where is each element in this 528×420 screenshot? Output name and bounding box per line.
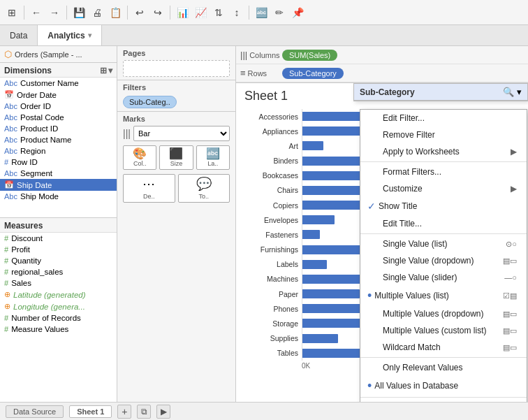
field-type-hash: # [4, 158, 8, 166]
bar-labels[interactable] [302, 260, 327, 269]
save-icon[interactable]: 💾 [71, 5, 87, 20]
ctx-format-filters-label: Format Filters... [383, 167, 441, 177]
marks-label-button[interactable]: 🔤 La.. [196, 145, 230, 170]
present-mode-button[interactable]: ▶ [156, 405, 170, 419]
sort2-icon[interactable]: ↕ [229, 5, 244, 20]
chart2-icon[interactable]: 📈 [193, 5, 208, 20]
ctx-edit-filter[interactable]: Edit Filter... [360, 110, 527, 126]
field-ship-mode[interactable]: Abc Ship Mode [0, 191, 117, 202]
bar-tables[interactable] [302, 349, 363, 358]
toolbar-separator-2 [66, 6, 67, 20]
copy-icon[interactable]: 📋 [108, 5, 123, 20]
ctx-edit-title[interactable]: Edit Title... [360, 215, 527, 232]
redo-icon[interactable]: ↪ [150, 5, 166, 20]
field-type-abc: Abc [4, 102, 17, 110]
undo-icon[interactable]: ↩ [132, 5, 147, 20]
marks-type-select[interactable]: Bar [133, 126, 230, 141]
field-discount[interactable]: # Discount [0, 233, 117, 244]
ctx-only-relevant[interactable]: Only Relevant Values [360, 359, 527, 376]
pages-section: Pages [117, 46, 235, 80]
filter-search-icon[interactable]: 🔍 [503, 87, 514, 97]
toolbar-separator-5 [249, 6, 249, 20]
field-product-id[interactable]: Abc Product ID [0, 123, 117, 134]
forward-icon[interactable]: → [47, 5, 62, 20]
text-icon[interactable]: 🔤 [254, 5, 269, 20]
pin-icon[interactable]: 📌 [290, 5, 305, 20]
bar-paper[interactable] [302, 289, 360, 298]
cat-supplies: Supplies [244, 334, 298, 342]
ctx-multi-list[interactable]: • Multiple Values (list) ☑▤ [360, 286, 527, 305]
bar-fasteners[interactable] [302, 230, 320, 239]
ctx-multi-custom[interactable]: Multiple Values (custom list) ▤▭ [360, 322, 527, 339]
ctx-apply-worksheets[interactable]: Apply to Worksheets ▶ [360, 143, 527, 160]
ctx-customize[interactable]: Customize ▶ [360, 180, 527, 197]
measures-section: Measures # Discount # Profit # Quantity … [0, 217, 117, 335]
marks-size-button[interactable]: ⬛ Size [159, 145, 193, 170]
data-source-icon: ⬡ [4, 49, 12, 59]
filter-card-icons: 🔍 ▾ [503, 87, 522, 97]
rows-pill[interactable]: Sub-Category [282, 68, 344, 79]
filter-pill-sub-category[interactable]: Sub-Categ.. [123, 96, 177, 108]
columns-pill[interactable]: SUM(Sales) [282, 50, 337, 61]
ctx-multi-custom-label: Multiple Values (custom list) [383, 326, 487, 335]
field-longitude[interactable]: ⊕ Longitude (genera... [0, 300, 117, 312]
duplicate-sheet-button[interactable]: ⧉ [137, 405, 151, 419]
bar-art[interactable] [302, 141, 323, 150]
ctx-remove-filter[interactable]: Remove Filter [360, 126, 527, 143]
sort1-icon[interactable]: ⇅ [211, 5, 226, 20]
back-icon[interactable]: ← [29, 5, 44, 20]
ctx-check-icon: ✓ [367, 201, 376, 212]
field-segment[interactable]: Abc Segment [0, 168, 117, 179]
add-sheet-button[interactable]: + [117, 405, 131, 419]
field-order-date[interactable]: 📅 Order Date [0, 89, 117, 101]
field-type-geo: ⊕ [4, 290, 10, 299]
dimensions-sort-icon[interactable]: ▾ [108, 66, 112, 75]
marks-tooltip-button[interactable]: 💬 To.. [178, 174, 230, 203]
status-tab-datasource[interactable]: Data Source [6, 405, 64, 418]
ctx-all-values[interactable]: • All Values in Database [360, 376, 527, 396]
bar-envelopes[interactable] [302, 215, 335, 224]
ctx-single-slider[interactable]: Single Value (slider) —○ [360, 269, 527, 286]
field-region[interactable]: Abc Region [0, 145, 117, 157]
tab-analytics[interactable]: Analytics ▾ [38, 25, 101, 45]
field-number-of-records[interactable]: # Number of Records [0, 312, 117, 324]
ctx-multi-list-label: Multiple Values (list) [374, 291, 448, 300]
ctx-wildcard[interactable]: Wildcard Match ▤▭ [360, 339, 527, 356]
edit-icon[interactable]: ✏ [272, 5, 287, 20]
field-latitude[interactable]: ⊕ Latitude (generated) [0, 289, 117, 300]
ctx-show-title-label: Show Title [379, 201, 417, 211]
field-order-id[interactable]: Abc Order ID [0, 101, 117, 112]
dimensions-grid-icon[interactable]: ⊞ [100, 66, 107, 75]
marks-detail-button[interactable]: ⋯ De.. [123, 174, 175, 203]
cat-copiers: Copiers [244, 201, 298, 210]
field-measure-values[interactable]: # Measure Values [0, 324, 117, 335]
field-postal-code[interactable]: Abc Postal Code [0, 112, 117, 123]
field-customer-name[interactable]: Abc Customer Name [0, 78, 117, 89]
print-icon[interactable]: 🖨 [89, 5, 105, 20]
ctx-show-title[interactable]: ✓ Show Title [360, 197, 527, 215]
field-sales[interactable]: # Sales [0, 277, 117, 289]
field-regional-sales[interactable]: # regional_sales [0, 266, 117, 277]
status-tab-sheet1[interactable]: Sheet 1 [69, 405, 112, 418]
ctx-include-values[interactable]: Include Values [360, 399, 527, 402]
field-row-id[interactable]: # Row ID [0, 157, 117, 168]
field-product-name[interactable]: Abc Product Name [0, 134, 117, 145]
bar-supplies[interactable] [302, 334, 338, 343]
menu-icon[interactable]: ⊞ [4, 5, 20, 20]
chart1-icon[interactable]: 📊 [175, 5, 190, 20]
field-type-abc: Abc [4, 136, 17, 144]
tab-data[interactable]: Data [0, 25, 38, 45]
field-quantity[interactable]: # Quantity [0, 255, 117, 266]
field-ship-date[interactable]: 📅 Ship Date [0, 179, 117, 191]
marks-color-button[interactable]: 🎨 Col.. [123, 145, 156, 170]
filter-menu-icon[interactable]: ▾ [517, 87, 522, 97]
field-profit[interactable]: # Profit [0, 244, 117, 255]
marks-color-icon: 🎨 [133, 148, 147, 159]
ctx-single-dropdown[interactable]: Single Value (dropdown) ▤▭ [360, 252, 527, 269]
ctx-multi-dropdown[interactable]: Multiple Values (dropdown) ▤▭ [360, 305, 527, 322]
data-source-bar[interactable]: ⬡ Orders (Sample - ... [0, 46, 117, 63]
ctx-single-list[interactable]: Single Value (list) ⊙○ [360, 236, 527, 252]
ctx-format-filters[interactable]: Format Filters... [360, 164, 527, 180]
field-label: Region [20, 147, 45, 155]
pages-drop-zone[interactable] [123, 60, 230, 77]
